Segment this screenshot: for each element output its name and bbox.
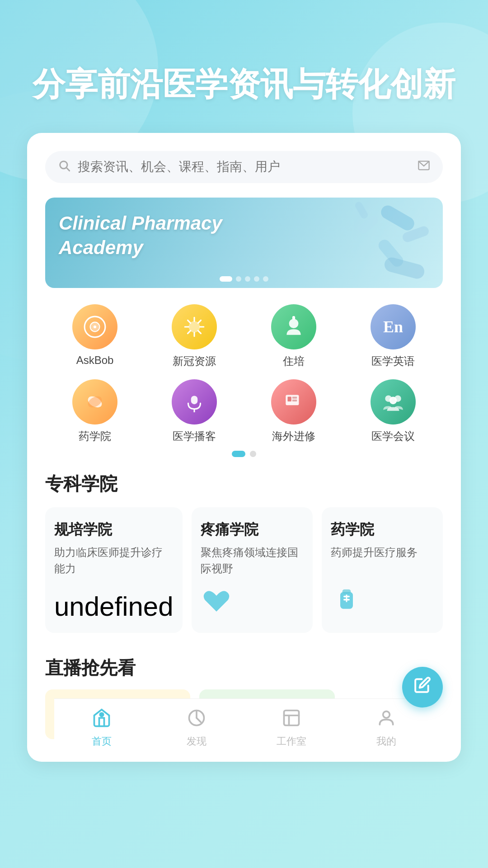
icon-label-zhupei: 住培	[283, 354, 305, 368]
icon-label-conference: 医学会议	[371, 429, 415, 443]
svg-point-27	[389, 396, 397, 404]
svg-point-40	[383, 711, 390, 718]
icon-label-abroad: 海外进修	[272, 429, 315, 443]
nav-label-profile: 我的	[376, 735, 396, 748]
icon-circle-pharmacy	[72, 379, 117, 425]
nav-icon-studio	[282, 708, 301, 732]
nav-label-home: 首页	[92, 735, 112, 748]
hero-section: 分享前沿医学资讯与转化创新	[0, 0, 488, 133]
icon-label-pharmacy: 药学院	[79, 429, 111, 443]
icon-label-english: 医学英语	[371, 354, 415, 368]
banner[interactable]: Clinical Pharmacy Academy	[45, 198, 443, 288]
icon-circle-conference	[371, 379, 416, 425]
edit-icon	[414, 676, 431, 698]
icon-item-abroad[interactable]: 海外进修	[244, 379, 343, 443]
banner-dot-3	[245, 276, 250, 282]
icon-item-podcast[interactable]: 医学播客	[145, 379, 244, 443]
specialty-card-icon-training: undefined	[54, 591, 174, 622]
nav-item-discover[interactable]: 发现	[169, 708, 224, 748]
svg-line-36	[197, 718, 201, 722]
banner-dot-4	[254, 276, 259, 282]
specialty-card-icon-pharma	[331, 584, 434, 622]
page-dot-2	[250, 451, 256, 457]
icon-item-pharmacy[interactable]: 药学院	[45, 379, 145, 443]
specialty-card-training[interactable]: 规培学院 助力临床医师提升诊疗能力 undefined	[45, 507, 183, 633]
search-icon	[58, 159, 70, 175]
icon-item-zhupei[interactable]: 住培	[244, 304, 343, 368]
svg-rect-23	[292, 396, 297, 398]
edit-fab[interactable]	[402, 667, 443, 708]
page-dot-1	[232, 451, 245, 457]
banner-text: Clinical Pharmacy Academy	[59, 211, 222, 260]
nav-icon-discover	[187, 708, 206, 732]
svg-rect-16	[292, 316, 295, 320]
icon-circle-english: En	[371, 304, 416, 349]
bottom-nav: 首页 发现 工作室 我的	[54, 698, 434, 762]
icon-item-english[interactable]: En 医学英语	[343, 304, 443, 368]
icon-circle-podcast	[172, 379, 217, 425]
banner-decoration	[307, 198, 443, 288]
icon-item-askbob[interactable]: AskBob	[45, 304, 145, 368]
search-bar[interactable]	[45, 151, 443, 183]
icon-item-covid[interactable]: 新冠资源	[145, 304, 244, 368]
svg-rect-37	[284, 710, 299, 725]
svg-point-18	[86, 394, 103, 410]
svg-line-12	[198, 330, 201, 333]
nav-item-studio[interactable]: 工作室	[264, 708, 319, 748]
icon-grid: AskBob 新冠资源 住培 En 医学英语 药学院 医学播客 海外进修	[45, 304, 443, 443]
nav-icon-home	[92, 708, 112, 732]
nav-item-home[interactable]: 首页	[75, 708, 129, 748]
specialty-section-title: 专科学院	[45, 472, 443, 496]
banner-dot-1	[220, 276, 232, 282]
svg-rect-19	[191, 396, 198, 404]
svg-point-15	[289, 319, 299, 328]
specialty-card-title-pharma: 药学院	[331, 520, 434, 540]
nav-label-discover: 发现	[187, 735, 206, 748]
specialty-card-pain[interactable]: 疼痛学院 聚焦疼痛领域连接国际视野	[192, 507, 313, 633]
svg-rect-32	[342, 589, 351, 593]
live-section-title: 直播抢先看	[45, 656, 443, 680]
svg-line-1	[67, 168, 70, 170]
icon-circle-askbob	[72, 304, 117, 349]
main-card: Clinical Pharmacy Academy AskBob	[27, 133, 461, 762]
svg-line-13	[198, 320, 201, 323]
specialty-card-icon-pain	[201, 584, 304, 622]
icon-label-podcast: 医学播客	[173, 429, 216, 443]
icon-grid-page-dots	[45, 451, 443, 457]
svg-point-0	[60, 161, 67, 168]
icon-label-askbob: AskBob	[76, 354, 114, 367]
nav-icon-profile	[376, 708, 396, 732]
svg-rect-24	[292, 399, 297, 401]
search-input[interactable]	[78, 160, 418, 174]
specialty-card-desc-training: 助力临床医师提升诊疗能力	[54, 544, 174, 577]
mail-icon[interactable]	[418, 159, 430, 175]
icon-circle-covid	[172, 304, 217, 349]
nav-item-profile[interactable]: 我的	[359, 708, 413, 748]
svg-rect-22	[287, 396, 291, 401]
icon-circle-abroad	[271, 379, 316, 425]
svg-point-5	[94, 325, 96, 328]
specialty-card-desc-pharma: 药师提升医疗服务	[331, 544, 434, 561]
nav-label-studio: 工作室	[277, 735, 306, 748]
specialty-card-title-pain: 疼痛学院	[201, 520, 304, 540]
banner-dots	[220, 276, 268, 282]
banner-dot-2	[236, 276, 241, 282]
icon-item-conference[interactable]: 医学会议	[343, 379, 443, 443]
specialty-card-pharma[interactable]: 药学院 药师提升医疗服务	[322, 507, 443, 633]
icon-circle-zhupei	[271, 304, 316, 349]
specialty-card-title-training: 规培学院	[54, 520, 174, 540]
svg-line-11	[188, 320, 190, 323]
svg-line-14	[188, 330, 190, 333]
specialty-card-desc-pain: 聚焦疼痛领域连接国际视野	[201, 544, 304, 577]
svg-point-33	[100, 713, 103, 716]
specialty-grid: 规培学院 助力临床医师提升诊疗能力 undefined 疼痛学院 聚焦疼痛领域连…	[45, 507, 443, 633]
hero-title: 分享前沿医学资讯与转化创新	[27, 63, 461, 106]
banner-dot-5	[263, 276, 268, 282]
icon-label-covid: 新冠资源	[173, 354, 216, 368]
